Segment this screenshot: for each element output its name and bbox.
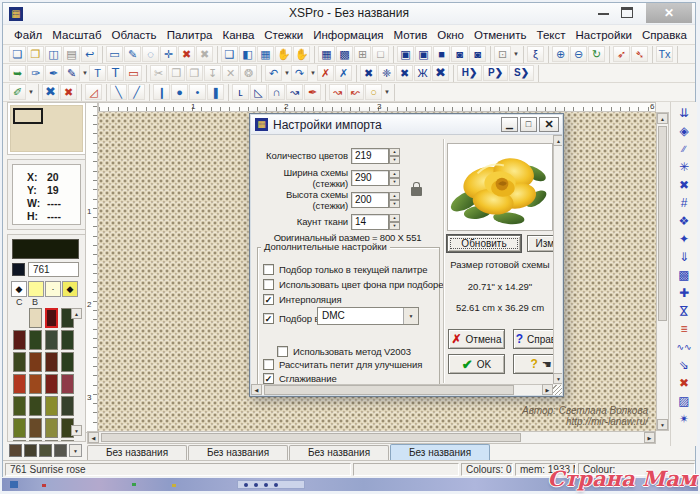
palette-type-dropdown[interactable]: DMC ▼: [317, 307, 419, 325]
remove-stitch[interactable]: ✗: [317, 65, 334, 81]
tab-document-2[interactable]: Без названия: [289, 445, 389, 460]
save-file[interactable]: ◫: [45, 46, 62, 62]
stitch-x-double[interactable]: ✖: [396, 65, 413, 81]
motif-diagonals[interactable]: ∕∕: [674, 140, 695, 158]
select-stitches[interactable]: ✖: [178, 46, 195, 62]
menu-item-3[interactable]: Палитра: [162, 27, 218, 43]
zoom-out[interactable]: ⊖: [570, 46, 587, 62]
zoom-in[interactable]: ⊕: [552, 46, 569, 62]
lock-aspect-icon[interactable]: [411, 187, 422, 196]
recent-colors-dropdown-icon[interactable]: ▼: [69, 444, 82, 457]
palette-swatch-4-0[interactable]: [13, 396, 26, 416]
knot-large[interactable]: ●: [171, 84, 188, 100]
field-input-pattern-height[interactable]: 200: [351, 192, 389, 208]
open-file[interactable]: ❐: [27, 46, 44, 62]
menu-item-10[interactable]: Текст: [532, 27, 571, 43]
spinner-down-icon[interactable]: ▼: [389, 222, 400, 230]
palette-swatch-0-2[interactable]: [45, 308, 58, 328]
palette-swatch-3-3[interactable]: [61, 374, 74, 394]
spinner-up-icon[interactable]: ▲: [389, 192, 400, 200]
menu-item-4[interactable]: Канва: [217, 27, 259, 43]
palette-swatch-3-2[interactable]: [45, 374, 58, 394]
recent-color-1[interactable]: [24, 444, 37, 457]
scroll-down-icon[interactable]: ▼: [657, 419, 668, 430]
bead-circle-caret-icon[interactable]: ▼: [383, 89, 391, 95]
redo[interactable]: ↷: [291, 65, 308, 81]
menu-item-1[interactable]: Масштаб: [47, 27, 106, 43]
motif-diamond[interactable]: ◈: [674, 122, 695, 140]
ok-button[interactable]: ✔ OK: [448, 354, 505, 374]
knot-small[interactable]: •: [189, 84, 206, 100]
motif-arrow-se[interactable]: ⇘: [674, 356, 695, 374]
knife-tool-2[interactable]: ✒: [45, 65, 62, 81]
pan-hand[interactable]: ✋: [275, 46, 292, 62]
canvas-hscroll-thumb[interactable]: [101, 433, 521, 442]
half-stitch[interactable]: ◿: [85, 84, 102, 100]
palette-swatch-5-2[interactable]: [45, 418, 58, 438]
spinner-up-icon[interactable]: ▲: [389, 214, 400, 222]
tab-document-1[interactable]: Без названия: [188, 445, 288, 460]
motif-plus[interactable]: ✚: [674, 284, 695, 302]
palette-scroll-down-icon[interactable]: ▼: [71, 425, 82, 436]
pencil-tool-caret-icon[interactable]: ▼: [27, 89, 35, 95]
palette-swatch-5-0[interactable]: [13, 418, 26, 438]
stitch-x-dense[interactable]: Ж: [414, 65, 431, 81]
palette-swatch-5-1[interactable]: [29, 418, 42, 438]
view-round-1[interactable]: ◙: [451, 46, 468, 62]
stitch-type-quarter[interactable]: ·: [45, 281, 61, 297]
palette-swatch-2-2[interactable]: [45, 352, 58, 372]
revert-import[interactable]: ↩: [81, 46, 98, 62]
field-input-pattern-width[interactable]: 290: [351, 170, 389, 186]
current-color-swatch[interactable]: [12, 239, 79, 259]
new-document[interactable]: ❏: [9, 46, 26, 62]
pick-image[interactable]: ◧: [239, 46, 256, 62]
bead-curve[interactable]: ↜: [347, 84, 364, 100]
menu-item-8[interactable]: Окно: [432, 27, 469, 43]
knot-double[interactable]: ❚: [207, 84, 224, 100]
zoom-window[interactable]: ❑: [221, 46, 238, 62]
dialog-scroll-down-icon[interactable]: ▼: [553, 373, 562, 384]
dialog-scroll-up-icon[interactable]: ▲: [553, 135, 562, 146]
palette-swatch-1-2[interactable]: [45, 330, 58, 350]
pin-flag[interactable]: ➴: [631, 46, 648, 62]
field-input-colors-count[interactable]: 219: [351, 148, 389, 164]
navigate-back[interactable]: ➥: [9, 65, 26, 81]
dialog-hscrollbar[interactable]: ◀ ▶: [251, 384, 553, 395]
backstitch-left[interactable]: ╲: [110, 84, 127, 100]
menu-item-9[interactable]: Отменить: [469, 27, 532, 43]
backstitch-right[interactable]: ╱: [128, 84, 145, 100]
checkbox-use-background-color[interactable]: [263, 279, 274, 290]
canvas-vscrollbar[interactable]: ▲ ▼: [656, 112, 669, 431]
palette-swatch-6-0[interactable]: [13, 440, 26, 442]
pan-hand-alt[interactable]: ✋: [293, 46, 310, 62]
stitch-type-half[interactable]: [28, 281, 44, 297]
knot-oval[interactable]: ❙: [153, 84, 170, 100]
full-cross-edit[interactable]: ✖: [60, 84, 77, 100]
dialog-titlebar[interactable]: Настройки импорта ▁ □ ✕: [251, 115, 562, 135]
field-input-fabric-count[interactable]: 14: [351, 214, 389, 230]
spinner-up-icon[interactable]: ▲: [389, 170, 400, 178]
palette-swatch-0-1[interactable]: [29, 308, 42, 328]
dialog-minimize-icon[interactable]: ▁: [501, 117, 518, 132]
canvas-hscrollbar[interactable]: ◀ ▶: [87, 431, 656, 444]
stitch-x-large[interactable]: ✖: [432, 65, 449, 81]
motif-hatch[interactable]: ▨: [674, 392, 695, 410]
checkbox-smoothing[interactable]: ✓: [263, 373, 274, 384]
select-move[interactable]: ✛: [160, 46, 177, 62]
view-dotted-caret-icon[interactable]: ▼: [512, 51, 520, 57]
merge-layers[interactable]: ❂: [240, 65, 257, 81]
remove-color[interactable]: ✗: [335, 65, 352, 81]
dialog-resize-grip[interactable]: [553, 385, 562, 395]
palette-swatch-4-2[interactable]: [45, 396, 58, 416]
undo-caret-icon[interactable]: ▼: [283, 70, 291, 76]
view-solid-1[interactable]: ▣: [397, 46, 414, 62]
grid-properties[interactable]: ▦: [257, 46, 274, 62]
dialog-close-icon[interactable]: ✕: [539, 117, 559, 132]
scroll-up-icon[interactable]: ▲: [657, 113, 668, 124]
view-solid-2[interactable]: ▣: [415, 46, 432, 62]
knife[interactable]: ✒: [304, 84, 321, 100]
dropdown-arrow-icon[interactable]: ▼: [403, 308, 418, 324]
navigator-preview[interactable]: [10, 105, 83, 152]
pencil-tool[interactable]: ✐: [9, 84, 26, 100]
motif-diamond-dotted[interactable]: ❖: [674, 212, 695, 230]
